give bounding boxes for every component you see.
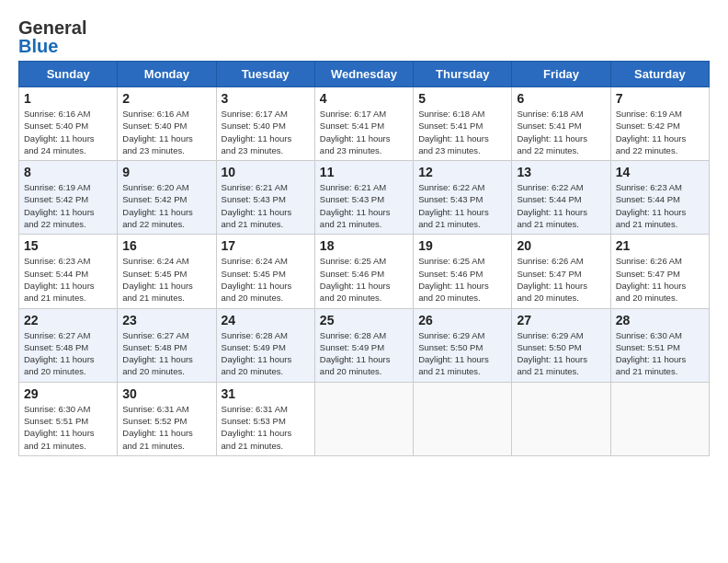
day-number: 15: [24, 238, 112, 253]
day-number: 24: [222, 313, 310, 327]
day-info: Sunrise: 6:30 AM Sunset: 5:51 PM Dayligh…: [24, 403, 112, 452]
calendar-cell: 25Sunrise: 6:28 AM Sunset: 5:49 PM Dayli…: [314, 308, 413, 382]
day-number: 10: [222, 165, 310, 179]
day-info: Sunrise: 6:31 AM Sunset: 5:52 PM Dayligh…: [122, 403, 210, 452]
day-info: Sunrise: 6:26 AM Sunset: 5:47 PM Dayligh…: [616, 255, 704, 304]
day-number: 27: [517, 313, 605, 327]
day-info: Sunrise: 6:25 AM Sunset: 5:46 PM Dayligh…: [418, 255, 506, 304]
day-number: 7: [616, 91, 704, 106]
calendar-cell: 14Sunrise: 6:23 AM Sunset: 5:44 PM Dayli…: [610, 161, 709, 235]
calendar-cell: [610, 382, 709, 455]
day-number: 19: [418, 238, 506, 253]
day-info: Sunrise: 6:22 AM Sunset: 5:44 PM Dayligh…: [517, 181, 605, 230]
weekday-header-tuesday: Tuesday: [216, 62, 314, 87]
day-info: Sunrise: 6:17 AM Sunset: 5:40 PM Dayligh…: [222, 108, 310, 156]
calendar-cell: [414, 382, 512, 455]
calendar-cell: 5Sunrise: 6:18 AM Sunset: 5:41 PM Daylig…: [414, 87, 512, 161]
day-number: 1: [24, 91, 112, 106]
day-number: 9: [122, 165, 210, 179]
calendar-cell: 26Sunrise: 6:29 AM Sunset: 5:50 PM Dayli…: [414, 308, 512, 382]
day-number: 30: [122, 386, 210, 401]
day-info: Sunrise: 6:27 AM Sunset: 5:48 PM Dayligh…: [24, 329, 112, 378]
weekday-header-friday: Friday: [512, 62, 610, 87]
day-number: 31: [222, 386, 310, 401]
calendar-cell: 12Sunrise: 6:22 AM Sunset: 5:43 PM Dayli…: [414, 161, 512, 235]
day-number: 22: [24, 313, 112, 327]
day-info: Sunrise: 6:23 AM Sunset: 5:44 PM Dayligh…: [24, 255, 112, 304]
day-number: 2: [122, 91, 210, 106]
calendar-cell: 9Sunrise: 6:20 AM Sunset: 5:42 PM Daylig…: [118, 161, 216, 235]
day-number: 14: [616, 165, 704, 179]
calendar-cell: 18Sunrise: 6:25 AM Sunset: 5:46 PM Dayli…: [314, 235, 413, 308]
day-number: 20: [517, 238, 605, 253]
day-number: 6: [517, 91, 605, 106]
day-number: 28: [616, 313, 704, 327]
day-info: Sunrise: 6:25 AM Sunset: 5:46 PM Dayligh…: [320, 255, 408, 304]
day-info: Sunrise: 6:27 AM Sunset: 5:48 PM Dayligh…: [122, 329, 210, 378]
day-number: 12: [418, 165, 506, 179]
day-number: 26: [418, 313, 506, 327]
day-info: Sunrise: 6:29 AM Sunset: 5:50 PM Dayligh…: [517, 329, 605, 378]
day-info: Sunrise: 6:16 AM Sunset: 5:40 PM Dayligh…: [122, 108, 210, 156]
day-number: 3: [222, 91, 310, 106]
calendar-cell: 1Sunrise: 6:16 AM Sunset: 5:40 PM Daylig…: [19, 87, 118, 161]
calendar-cell: [512, 382, 610, 455]
calendar-cell: 6Sunrise: 6:18 AM Sunset: 5:41 PM Daylig…: [512, 87, 610, 161]
day-info: Sunrise: 6:21 AM Sunset: 5:43 PM Dayligh…: [222, 181, 310, 230]
day-number: 23: [122, 313, 210, 327]
calendar-cell: 4Sunrise: 6:17 AM Sunset: 5:41 PM Daylig…: [314, 87, 413, 161]
calendar-cell: [314, 382, 413, 455]
calendar-cell: 30Sunrise: 6:31 AM Sunset: 5:52 PM Dayli…: [118, 382, 216, 455]
calendar-cell: 13Sunrise: 6:22 AM Sunset: 5:44 PM Dayli…: [512, 161, 610, 235]
day-info: Sunrise: 6:30 AM Sunset: 5:51 PM Dayligh…: [616, 329, 704, 378]
weekday-header-wednesday: Wednesday: [314, 62, 413, 87]
weekday-header-thursday: Thursday: [414, 62, 512, 87]
day-info: Sunrise: 6:22 AM Sunset: 5:43 PM Dayligh…: [418, 181, 506, 230]
calendar-cell: 23Sunrise: 6:27 AM Sunset: 5:48 PM Dayli…: [118, 308, 216, 382]
day-info: Sunrise: 6:23 AM Sunset: 5:44 PM Dayligh…: [616, 181, 704, 230]
day-number: 13: [517, 165, 605, 179]
day-number: 21: [616, 238, 704, 253]
calendar-cell: 28Sunrise: 6:30 AM Sunset: 5:51 PM Dayli…: [610, 308, 709, 382]
day-info: Sunrise: 6:24 AM Sunset: 5:45 PM Dayligh…: [122, 255, 210, 304]
calendar-cell: 29Sunrise: 6:30 AM Sunset: 5:51 PM Dayli…: [19, 382, 118, 455]
day-info: Sunrise: 6:18 AM Sunset: 5:41 PM Dayligh…: [517, 108, 605, 156]
day-info: Sunrise: 6:20 AM Sunset: 5:42 PM Dayligh…: [122, 181, 210, 230]
day-info: Sunrise: 6:16 AM Sunset: 5:40 PM Dayligh…: [24, 108, 112, 156]
calendar-cell: 3Sunrise: 6:17 AM Sunset: 5:40 PM Daylig…: [216, 87, 314, 161]
day-info: Sunrise: 6:17 AM Sunset: 5:41 PM Dayligh…: [320, 108, 408, 156]
calendar-cell: 19Sunrise: 6:25 AM Sunset: 5:46 PM Dayli…: [414, 235, 512, 308]
day-info: Sunrise: 6:24 AM Sunset: 5:45 PM Dayligh…: [222, 255, 310, 304]
day-number: 17: [222, 238, 310, 253]
day-number: 29: [24, 386, 112, 401]
calendar-cell: 10Sunrise: 6:21 AM Sunset: 5:43 PM Dayli…: [216, 161, 314, 235]
calendar-cell: 22Sunrise: 6:27 AM Sunset: 5:48 PM Dayli…: [19, 308, 118, 382]
calendar-cell: 24Sunrise: 6:28 AM Sunset: 5:49 PM Dayli…: [216, 308, 314, 382]
calendar-cell: 20Sunrise: 6:26 AM Sunset: 5:47 PM Dayli…: [512, 235, 610, 308]
calendar-cell: 15Sunrise: 6:23 AM Sunset: 5:44 PM Dayli…: [19, 235, 118, 308]
calendar-cell: 27Sunrise: 6:29 AM Sunset: 5:50 PM Dayli…: [512, 308, 610, 382]
day-info: Sunrise: 6:31 AM Sunset: 5:53 PM Dayligh…: [222, 403, 310, 452]
day-number: 11: [320, 165, 408, 179]
calendar-cell: 11Sunrise: 6:21 AM Sunset: 5:43 PM Dayli…: [314, 161, 413, 235]
calendar-cell: 7Sunrise: 6:19 AM Sunset: 5:42 PM Daylig…: [610, 87, 709, 161]
calendar-table: SundayMondayTuesdayWednesdayThursdayFrid…: [18, 61, 710, 456]
day-number: 18: [320, 238, 408, 253]
day-info: Sunrise: 6:29 AM Sunset: 5:50 PM Dayligh…: [418, 329, 506, 378]
calendar-cell: 31Sunrise: 6:31 AM Sunset: 5:53 PM Dayli…: [216, 382, 314, 455]
day-info: Sunrise: 6:26 AM Sunset: 5:47 PM Dayligh…: [517, 255, 605, 304]
weekday-header-saturday: Saturday: [610, 62, 709, 87]
day-info: Sunrise: 6:19 AM Sunset: 5:42 PM Dayligh…: [616, 108, 704, 156]
day-number: 5: [418, 91, 506, 106]
day-number: 25: [320, 313, 408, 327]
weekday-header-monday: Monday: [118, 62, 216, 87]
day-info: Sunrise: 6:18 AM Sunset: 5:41 PM Dayligh…: [418, 108, 506, 156]
weekday-header-sunday: Sunday: [19, 62, 118, 87]
day-number: 16: [122, 238, 210, 253]
day-info: Sunrise: 6:28 AM Sunset: 5:49 PM Dayligh…: [320, 329, 408, 378]
logo: General Blue: [18, 18, 61, 52]
day-number: 4: [320, 91, 408, 106]
day-info: Sunrise: 6:19 AM Sunset: 5:42 PM Dayligh…: [24, 181, 112, 230]
calendar-cell: 17Sunrise: 6:24 AM Sunset: 5:45 PM Dayli…: [216, 235, 314, 308]
day-info: Sunrise: 6:28 AM Sunset: 5:49 PM Dayligh…: [222, 329, 310, 378]
